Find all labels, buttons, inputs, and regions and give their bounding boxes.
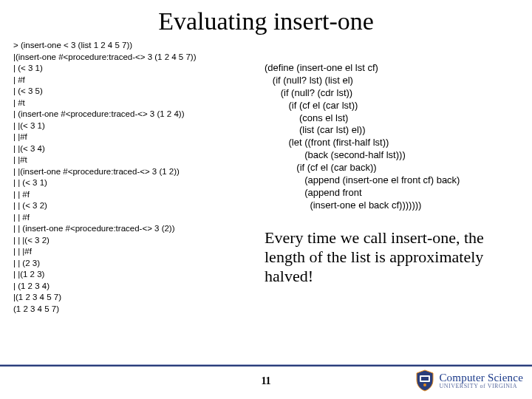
- repl-trace: > (insert-one < 3 (list 1 2 4 5 7)) |(in…: [13, 40, 257, 315]
- svg-rect-1: [421, 377, 429, 381]
- logo-text: Computer Science UNIVERSITY of VIRGINIA: [439, 372, 523, 389]
- uva-cs-logo: Computer Science UNIVERSITY of VIRGINIA: [415, 369, 523, 392]
- page-number: 11: [261, 375, 270, 387]
- shield-icon: [415, 369, 434, 392]
- callout-text: Every time we call insert-one, the lengt…: [265, 228, 519, 287]
- slide-footer: 11 Computer Science UNIVERSITY of VIRGIN…: [0, 365, 532, 399]
- slide-title: Evaluating insert-one: [0, 0, 532, 40]
- slide-content: > (insert-one < 3 (list 1 2 4 5 7)) |(in…: [0, 40, 532, 315]
- svg-point-2: [423, 383, 426, 386]
- logo-sub-text: UNIVERSITY of VIRGINIA: [439, 383, 523, 389]
- right-column: (define (insert-one el lst cf) (if (null…: [257, 40, 519, 315]
- logo-main-text: Computer Science: [439, 372, 523, 383]
- code-definition: (define (insert-one el lst cf) (if (null…: [265, 62, 519, 212]
